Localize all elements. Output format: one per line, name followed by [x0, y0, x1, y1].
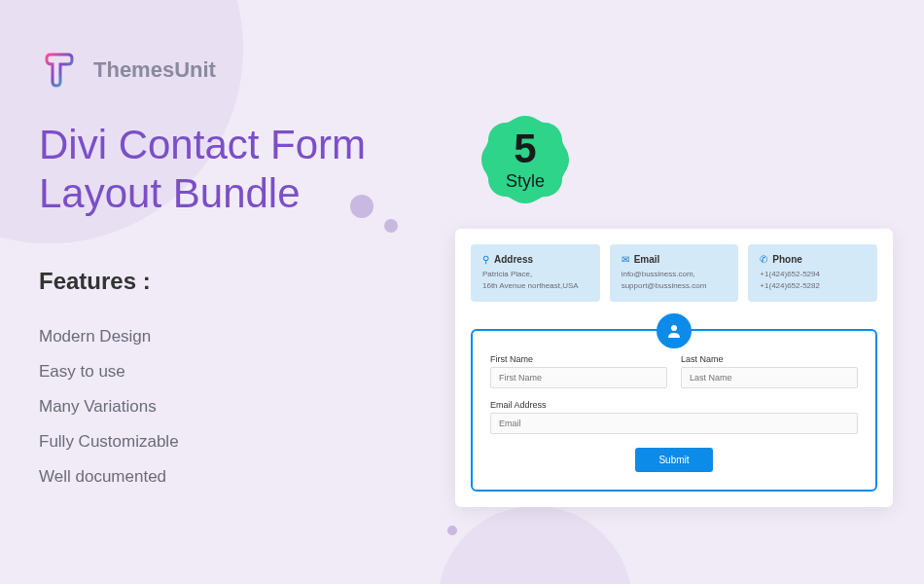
- email-label: Email Address: [490, 400, 858, 410]
- brand-header: ThemesUnit: [39, 49, 885, 91]
- themesunit-logo-icon: [39, 49, 82, 91]
- last-name-input[interactable]: [681, 367, 858, 388]
- info-text: Patricia Place,: [482, 269, 588, 280]
- first-name-label: First Name: [490, 354, 667, 364]
- badge-number: 5: [514, 128, 536, 169]
- first-name-input[interactable]: [490, 367, 667, 388]
- brand-name: ThemesUnit: [93, 57, 216, 83]
- svg-point-0: [671, 325, 677, 331]
- info-title: Phone: [772, 254, 802, 265]
- contact-form: First Name Last Name Email Address Submi…: [471, 329, 877, 492]
- info-card-phone: ✆ Phone +1(424)652-5294 +1(424)652-5282: [748, 244, 877, 302]
- info-text: support@bussiness.com: [622, 280, 728, 292]
- info-title: Email: [634, 254, 660, 265]
- info-card-email: ✉ Email info@bussiness.com, support@buss…: [610, 244, 739, 302]
- info-card-address: ⚲ Address Patricia Place, 16th Avenue no…: [471, 244, 600, 302]
- user-icon: [657, 313, 692, 348]
- email-input[interactable]: [490, 413, 858, 434]
- page-title: Divi Contact Form Layout Bundle: [39, 121, 428, 219]
- phone-icon: ✆: [760, 254, 767, 265]
- last-name-label: Last Name: [681, 354, 858, 364]
- info-text: +1(424)652-5294: [760, 269, 866, 280]
- style-count-badge: 5 Style: [467, 101, 584, 218]
- envelope-icon: ✉: [622, 254, 629, 265]
- info-text: info@bussiness.com,: [622, 269, 728, 280]
- submit-button[interactable]: Submit: [635, 448, 712, 472]
- location-pin-icon: ⚲: [482, 254, 489, 265]
- badge-label: Style: [506, 171, 545, 192]
- form-preview-card: ⚲ Address Patricia Place, 16th Avenue no…: [455, 229, 893, 507]
- info-text: 16th Avenue northeast,USA: [482, 280, 588, 292]
- info-title: Address: [494, 254, 533, 265]
- info-text: +1(424)652-5282: [760, 280, 866, 292]
